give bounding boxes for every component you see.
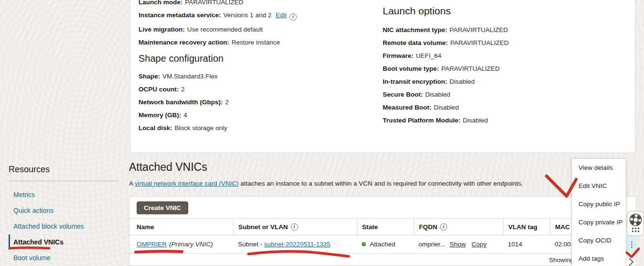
sidebar-item-quick-actions[interactable]: Quick actions (9, 203, 118, 218)
sidebar-divider (9, 181, 118, 181)
column-header-label: State (362, 223, 378, 231)
table-toolbar: Create VNIC (129, 197, 636, 219)
detail-value: Block storage only (175, 124, 227, 132)
oci-console-page: Launch mode:PARAVIRTUALIZED Instance met… (0, 0, 644, 266)
detail-row-secure-boot: Secure Boot:Disabled (383, 91, 509, 99)
assist-widget-button[interactable] (627, 211, 644, 236)
detail-value: PARAVIRTUALIZED (450, 26, 508, 33)
detail-label: Live migration: (139, 26, 185, 33)
detail-row-memory: Memory (GB):4 (139, 111, 297, 119)
shape-configuration-title: Shape configuration (139, 52, 297, 65)
detail-row-shape: Shape:VM.Standard3.Flex (139, 73, 297, 80)
detail-row-trusted-platform-module: Trusted Platform Module:Disabled (383, 117, 509, 124)
menu-item-edit-vnic[interactable]: Edit VNIC (572, 177, 626, 195)
sidebar-item-attached-vnics[interactable]: Attached VNICs (9, 234, 118, 250)
apps-grid-icon (632, 228, 639, 232)
column-header-fqdn: FQDNi (414, 219, 503, 235)
table-row: OMPRIER (Primary VNIC) Subnet - subnet-2… (129, 235, 636, 254)
description-prefix: A (129, 180, 135, 187)
instance-details-card: Launch mode:PARAVIRTUALIZED Instance met… (130, 0, 635, 153)
detail-row-live-migration: Live migration:Use recommended default (139, 26, 297, 33)
cell-vlan-tag: 1014 (503, 235, 550, 253)
sidebar-item-boot-volume[interactable]: Boot volume (9, 250, 118, 266)
detail-label: Launch mode: (139, 0, 182, 6)
detail-row-maintenance-recovery: Maintenance recovery action:Restore inst… (139, 39, 297, 46)
info-icon[interactable]: i (291, 223, 298, 231)
detail-label: Local disk: (139, 124, 172, 132)
detail-label: In-transit encryption: (383, 78, 447, 85)
menu-item-view-details[interactable]: View details (572, 159, 626, 177)
detail-value: Use recommended default (187, 26, 263, 33)
life-buoy-icon (629, 213, 642, 226)
column-header-vlan-tag: VLAN tag (503, 219, 550, 235)
column-header-state: State (357, 219, 414, 235)
table-header-row: Name Subnet or VLANi State FQDNi VLAN ta… (129, 219, 636, 235)
detail-value: 2 (181, 86, 185, 93)
fqdn-copy-link[interactable]: Copy (472, 241, 487, 248)
menu-item-copy-public-ip[interactable]: Copy public IP (572, 195, 626, 213)
detail-row-local-disk: Local disk:Block storage only (139, 124, 297, 132)
detail-label: Trusted Platform Module: (383, 117, 461, 124)
column-header-label: FQDN (419, 223, 437, 231)
cell-name: OMPRIER (Primary VNIC) (129, 235, 233, 253)
detail-value: VM.Standard3.Flex (162, 73, 218, 80)
launch-options-column: Launch options NIC attachment type:PARAV… (383, 4, 509, 130)
detail-label: Boot volume type: (383, 65, 439, 72)
detail-label: Remote data volume: (383, 39, 448, 46)
table-footer: Showing (129, 254, 636, 266)
detail-row-boot-volume-type: Boot volume type:PARAVIRTUALIZED (383, 65, 509, 73)
resources-sidebar: Resources Metrics Quick actions Attached… (9, 164, 118, 266)
column-header-label: Subnet or VLAN (238, 223, 288, 231)
detail-label: Shape: (139, 73, 160, 80)
detail-value: Disabled (450, 78, 475, 85)
detail-value: PARAVIRTUALIZED (185, 0, 243, 6)
detail-value: Disabled (425, 91, 451, 98)
next-page-chevron-icon[interactable] (627, 257, 635, 266)
create-vnic-button[interactable]: Create VNIC (137, 201, 188, 214)
column-header-name: Name (129, 219, 233, 235)
info-icon[interactable]: i (290, 13, 297, 21)
vlan-tag-value: 1014 (508, 241, 522, 248)
menu-item-copy-ocid[interactable]: Copy OCID (572, 232, 626, 250)
instance-details-left-column: Launch mode:PARAVIRTUALIZED Instance met… (139, 0, 297, 137)
fqdn-show-link[interactable]: Show (450, 241, 466, 248)
cell-subnet: Subnet - subnet-20220511-1335 (233, 235, 357, 253)
detail-value: Versions 1 and 2 (224, 11, 272, 19)
menu-item-add-tags[interactable]: Add tags (572, 250, 626, 266)
detail-value: Restore instance (232, 39, 280, 46)
state-attached-dot (362, 242, 366, 246)
vnic-name-link[interactable]: OMPRIER (137, 241, 167, 248)
sidebar-item-metrics[interactable]: Metrics (9, 187, 118, 202)
detail-label: Firmware: (383, 52, 414, 59)
detail-row-nic-attachment: NIC attachment type:PARAVIRTUALIZED (383, 26, 509, 34)
detail-label: Instance metadata service: (139, 11, 221, 19)
info-icon[interactable]: i (440, 223, 447, 231)
detail-label: Memory (GB): (139, 111, 181, 119)
fqdn-value: omprier... (419, 241, 445, 248)
detail-label: Network bandwidth (Gbps): (139, 99, 223, 106)
cell-fqdn: omprier... Show Copy (414, 235, 503, 253)
column-header-subnet-or-vlan: Subnet or VLANi (233, 219, 357, 235)
vnic-doc-link[interactable]: virtual network interface card (VNIC) (135, 180, 239, 187)
cell-row-actions: ⋮ (627, 235, 637, 253)
sidebar-item-attached-block-volumes[interactable]: Attached block volumes (9, 219, 118, 234)
edit-metadata-link[interactable]: Edit (276, 11, 287, 19)
vnics-table-card: Create VNIC Name Subnet or VLANi State F… (129, 196, 636, 266)
detail-row-network-bandwidth: Network bandwidth (Gbps):2 (139, 99, 297, 106)
detail-row-launch-mode: Launch mode:PARAVIRTUALIZED (139, 0, 297, 6)
detail-row-remote-data-volume: Remote data volume:PARAVIRTUALIZED (383, 39, 509, 47)
row-actions-menu-button[interactable]: ⋮ (627, 235, 637, 253)
detail-row-instance-metadata-service: Instance metadata service:Versions 1 and… (139, 11, 297, 21)
subnet-prefix: Subnet - (238, 241, 264, 248)
description-suffix: attaches an instance to a subnet within … (239, 180, 523, 187)
detail-label: Secure Boot: (383, 91, 423, 98)
detail-value: 4 (183, 111, 187, 119)
detail-label: OCPU count: (139, 86, 179, 93)
subnet-link[interactable]: subnet-20220511-1335 (264, 241, 331, 248)
detail-row-ocpu-count: OCPU count:2 (139, 86, 297, 93)
menu-item-copy-private-ip[interactable]: Copy private IP (572, 213, 626, 232)
detail-label: NIC attachment type: (383, 26, 447, 33)
showing-count-label: Showing (549, 256, 574, 264)
attached-vnics-heading: Attached VNICs (129, 161, 207, 174)
detail-label: Measured Boot: (383, 104, 431, 111)
